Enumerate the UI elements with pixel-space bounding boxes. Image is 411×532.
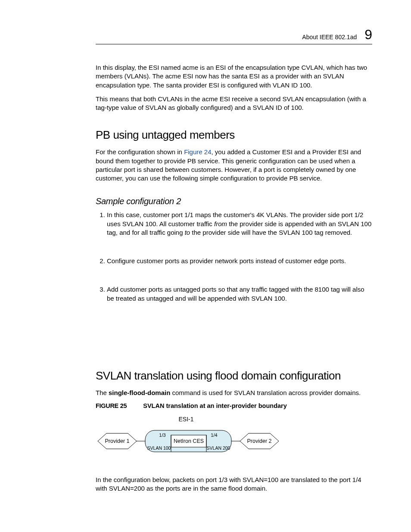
left-svlan-label: SVLAN 100 xyxy=(147,445,171,451)
left-port-label: 1/3 xyxy=(159,432,165,438)
intro-paragraph-2: This means that both CVLANs in the acme … xyxy=(96,95,372,112)
svlan-diagram-svg: ESI-1 Provider 1 NetIron CES 1/3 SVLAN 1… xyxy=(96,415,294,463)
breadcrumb: About IEEE 802.1ad xyxy=(302,34,357,40)
figure-link[interactable]: Figure 24 xyxy=(184,148,211,156)
page: About IEEE 802.1ad 9 In this display, th… xyxy=(0,0,411,532)
figure-label-row: FIGURE 25 SVLAN translation at an inter-… xyxy=(96,402,372,409)
page-header: About IEEE 802.1ad 9 xyxy=(96,28,372,44)
left-hex-label: Provider 1 xyxy=(105,438,130,444)
command-name: single-flood-domain xyxy=(109,389,170,396)
text-fragment: the provider side will have the SVLAN 10… xyxy=(190,229,352,236)
text-fragment: The xyxy=(96,389,109,396)
subsection-heading-sample-config: Sample configuration 2 xyxy=(96,196,372,206)
spacer xyxy=(96,323,372,353)
step-item: In this case, customer port 1/1 maps the… xyxy=(107,211,372,237)
section1-paragraph: For the configuration shown in Figure 24… xyxy=(96,148,372,183)
right-hex-label: Provider 2 xyxy=(247,438,272,444)
text-fragment: For the configuration shown in xyxy=(96,148,184,156)
figure-caption: SVLAN translation at an inter-provider b… xyxy=(143,402,287,409)
figure-number: FIGURE 25 xyxy=(96,402,127,409)
section-heading-svlan: SVLAN translation using flood domain con… xyxy=(96,369,372,383)
chapter-number: 9 xyxy=(364,28,372,41)
text-fragment: command is used for SVLAN translation ac… xyxy=(170,389,361,396)
step-item: Add customer ports as untagged ports so … xyxy=(107,285,372,303)
intro-paragraph-1: In this display, the ESI named acme is a… xyxy=(96,63,372,90)
section2-outro: In the configuration below, packets on p… xyxy=(96,476,372,493)
figure-diagram: ESI-1 Provider 1 NetIron CES 1/3 SVLAN 1… xyxy=(96,415,372,464)
right-port-label: 1/4 xyxy=(211,432,217,438)
section-heading-pb: PB using untagged members xyxy=(96,128,372,142)
section2-intro: The single-flood-domain command is used … xyxy=(96,389,372,397)
emphasis-to: to xyxy=(185,229,190,236)
emphasis-from: from xyxy=(214,220,227,227)
steps-list: In this case, customer port 1/1 maps the… xyxy=(96,211,372,303)
right-svlan-label: SVLAN 200 xyxy=(207,445,230,451)
center-box-label: NetIron CES xyxy=(174,438,204,444)
step-item: Configure customer ports as provider net… xyxy=(107,257,372,265)
diagram-top-label: ESI-1 xyxy=(178,416,193,423)
